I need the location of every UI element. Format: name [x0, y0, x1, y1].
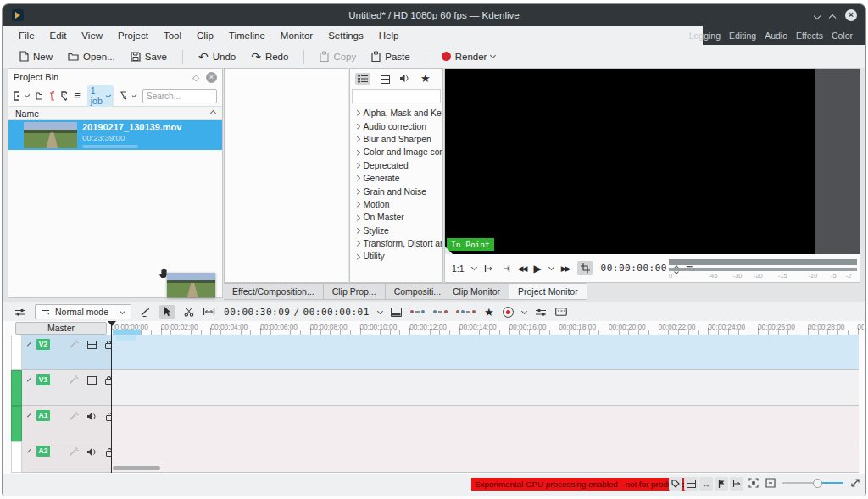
- play-icon[interactable]: ▶: [533, 263, 541, 274]
- panel-tab[interactable]: Compositi...: [386, 283, 450, 300]
- thumbnails-toggle-button[interactable]: [684, 477, 698, 491]
- collapse-track-icon[interactable]: [27, 449, 31, 453]
- slider-handle[interactable]: [813, 479, 822, 488]
- menu-item[interactable]: View: [74, 30, 110, 41]
- effect-category[interactable]: Blur and Sharpen: [353, 133, 442, 146]
- menu-item[interactable]: Monitor: [273, 30, 320, 41]
- timeline-horizontal-scrollbar[interactable]: [113, 466, 160, 470]
- hide-video-icon[interactable]: [87, 341, 97, 349]
- extract-zone-icon[interactable]: [456, 310, 476, 313]
- menu-item[interactable]: Project: [110, 30, 156, 41]
- set-zone-in-icon[interactable]: [484, 264, 493, 273]
- track-badge[interactable]: A1: [36, 410, 50, 421]
- effects-wand-icon[interactable]: [69, 339, 79, 349]
- razor-tool-icon[interactable]: [184, 307, 194, 317]
- filter-icon[interactable]: [120, 91, 126, 100]
- track-lane[interactable]: [111, 335, 859, 370]
- forward-icon[interactable]: ▶▶: [561, 264, 570, 273]
- float-panel-icon[interactable]: ◇: [192, 73, 199, 82]
- minimize-icon[interactable]: [814, 13, 821, 19]
- hide-video-icon[interactable]: [87, 376, 97, 385]
- copy-button[interactable]: Copy: [314, 48, 361, 64]
- favorite-effects-icon[interactable]: ★: [420, 72, 431, 85]
- audio-effects-icon[interactable]: [400, 74, 410, 83]
- panel-tab[interactable]: Effect/Composition...: [224, 283, 324, 300]
- selection-tool-button[interactable]: [159, 305, 175, 319]
- spacer-tool-icon[interactable]: [203, 308, 215, 316]
- track-header[interactable]: V1: [22, 370, 111, 406]
- open-button[interactable]: Open...: [63, 49, 120, 64]
- record-button[interactable]: [503, 307, 514, 318]
- maximize-icon[interactable]: [829, 14, 836, 21]
- insert-zone-icon[interactable]: [410, 310, 425, 313]
- menu-item[interactable]: Clip: [189, 30, 221, 41]
- monitor-zoom-level[interactable]: 1:1: [452, 263, 465, 274]
- playhead[interactable]: [111, 321, 112, 473]
- effect-category[interactable]: Color and Image correc: [353, 146, 442, 158]
- workspace-item[interactable]: Effects: [792, 30, 827, 41]
- menu-item[interactable]: Timeline: [221, 30, 273, 41]
- track-badge[interactable]: V2: [36, 339, 50, 350]
- workspace-item[interactable]: Editing: [725, 30, 760, 41]
- favorite-effects-icon[interactable]: ★: [484, 306, 494, 319]
- track-badge[interactable]: A2: [36, 446, 50, 457]
- video-effects-icon[interactable]: [381, 75, 390, 84]
- menu-item[interactable]: Tool: [156, 30, 189, 41]
- panel-tab[interactable]: Clip Prop...: [324, 283, 386, 300]
- effect-category[interactable]: Motion: [353, 198, 442, 211]
- timeline-zone-bar[interactable]: [113, 330, 141, 335]
- chevron-down-icon[interactable]: [131, 92, 136, 97]
- workspace-item[interactable]: Color: [827, 30, 857, 41]
- rewind-icon[interactable]: ◀◀: [518, 264, 526, 273]
- menu-item[interactable]: Help: [371, 30, 407, 41]
- menu-icon[interactable]: ≡: [74, 91, 81, 100]
- effect-category[interactable]: Utility: [353, 250, 442, 263]
- mix-clip-icon[interactable]: [391, 308, 402, 317]
- effects-wand-icon[interactable]: [69, 411, 79, 421]
- clip-row[interactable]: 20190217_130139.mov 00:23:39:00: [8, 120, 222, 150]
- effect-category[interactable]: Alpha, Mask and Keying: [353, 107, 442, 119]
- dragged-clip-thumbnail[interactable]: [167, 273, 215, 297]
- fit-zoom-icon[interactable]: [748, 478, 759, 488]
- track-badge[interactable]: V1: [36, 374, 50, 385]
- track-header[interactable]: A1: [22, 406, 111, 441]
- chevron-down-icon[interactable]: [548, 264, 554, 270]
- snap-toggle-button[interactable]: [730, 477, 743, 491]
- menu-item[interactable]: File: [11, 30, 42, 41]
- jobs-dropdown[interactable]: 1 job: [87, 85, 114, 107]
- create-folder-icon[interactable]: [36, 91, 42, 100]
- markers-toggle-button[interactable]: [715, 477, 728, 491]
- delete-icon[interactable]: [49, 91, 55, 101]
- timeline-position-widget[interactable]: 00:00:30:09 / 00:00:00:01: [224, 307, 382, 318]
- mute-track-icon[interactable]: [87, 412, 97, 421]
- bin-column-header[interactable]: Name: [8, 106, 222, 120]
- effect-category[interactable]: Generate: [353, 172, 442, 185]
- playhead-marker[interactable]: [108, 321, 116, 326]
- edit-mode-dropdown[interactable]: Normal mode: [35, 304, 131, 319]
- collapse-track-icon[interactable]: [27, 342, 31, 347]
- sort-collapse-icon[interactable]: [210, 110, 216, 116]
- effects-search-input[interactable]: [352, 89, 441, 103]
- close-panel-icon[interactable]: ×: [206, 72, 217, 83]
- search-input[interactable]: [142, 89, 217, 103]
- overwrite-zone-icon[interactable]: [433, 310, 448, 313]
- track-options-icon[interactable]: [14, 308, 26, 317]
- chevron-down-icon[interactable]: [520, 308, 526, 313]
- effect-category[interactable]: On Master: [353, 211, 442, 224]
- chevron-down-icon[interactable]: [471, 264, 477, 270]
- effect-category[interactable]: Transform, Distort and I: [353, 237, 442, 250]
- track-lane[interactable]: [111, 441, 859, 473]
- ripple-tool-icon[interactable]: [140, 307, 151, 317]
- workspace-item[interactable]: Logging: [685, 30, 725, 41]
- track-header[interactable]: A2: [22, 441, 111, 473]
- scrolling-toggle-button[interactable]: ↔: [699, 477, 713, 491]
- track-target-indicator[interactable]: [11, 370, 22, 406]
- track-lane[interactable]: [111, 370, 859, 406]
- workspace-item[interactable]: Audio: [760, 30, 792, 41]
- close-icon[interactable]: ×: [845, 9, 857, 21]
- save-button[interactable]: Save: [125, 49, 172, 64]
- track-lane[interactable]: [111, 406, 859, 441]
- subtitle-tool-icon[interactable]: [555, 308, 567, 316]
- set-zone-out-icon[interactable]: [501, 264, 510, 273]
- effect-category[interactable]: Stylize: [353, 225, 442, 237]
